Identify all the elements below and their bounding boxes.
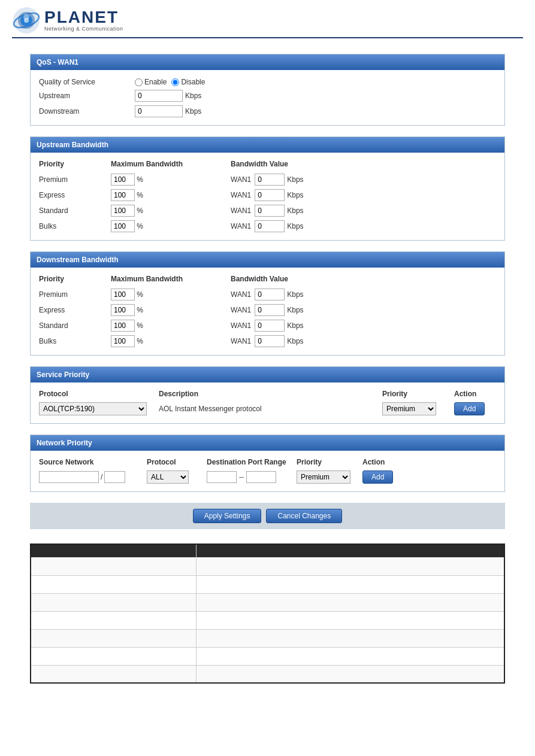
bottom-cell-left-1	[31, 575, 197, 593]
qos-downstream-row: Downstream Kbps	[39, 104, 496, 119]
bottom-cell-right-5	[197, 647, 504, 665]
qos-service-row: Quality of Service Enable Disable	[39, 76, 496, 88]
np-source-cell: /	[39, 471, 147, 483]
downstream-bwval-1: WAN1 Kbps	[231, 304, 496, 316]
sp-description-value: AOL Instant Messenger protocol	[159, 405, 382, 413]
upstream-priority-2: Standard	[39, 207, 111, 215]
sp-priority-select[interactable]: Premium Express Standard Bulks	[382, 402, 436, 415]
qos-enable-option[interactable]: Enable	[135, 78, 167, 86]
bottom-cell-right-6	[197, 665, 504, 683]
qos-upstream-label: Upstream	[39, 92, 135, 100]
downstream-pct-input-0[interactable]	[111, 289, 135, 300]
downstream-maxbw-3: %	[111, 335, 231, 347]
upstream-kbps-input-2[interactable]	[255, 205, 285, 217]
sp-priority-cell: Premium Express Standard Bulks	[382, 402, 454, 415]
header-divider	[12, 37, 523, 38]
np-protocol-select[interactable]: ALL TCP UDP ICMP	[147, 470, 189, 484]
qos-disable-radio[interactable]	[171, 78, 179, 86]
qos-downstream-label: Downstream	[39, 107, 135, 116]
bottom-cell-left-5	[31, 647, 197, 665]
np-port-to-input[interactable]	[246, 471, 276, 483]
qos-enable-radio[interactable]	[135, 78, 143, 86]
bottom-table-header-row	[31, 544, 504, 557]
downstream-row-0: Premium % WAN1 Kbps	[39, 287, 496, 302]
np-mask-input[interactable]	[104, 471, 125, 483]
np-protocol-cell: ALL TCP UDP ICMP	[147, 470, 207, 484]
upstream-bw-section: Upstream Bandwidth Priority Maximum Band…	[30, 136, 505, 241]
upstream-col-bwval: Bandwidth Value	[231, 160, 496, 168]
upstream-pct-input-0[interactable]	[111, 174, 135, 186]
logo-subtitle: Networking & Communication	[44, 26, 123, 32]
upstream-bwval-2: WAN1 Kbps	[231, 205, 496, 217]
network-priority-section: Network Priority Source Network Protocol…	[30, 435, 505, 492]
qos-wan1-section: QoS - WAN1 Quality of Service Enable Dis…	[30, 54, 505, 126]
table-row	[31, 611, 504, 629]
downstream-bw-body: Priority Maximum Bandwidth Bandwidth Val…	[31, 268, 504, 355]
np-port-from-input[interactable]	[207, 471, 237, 483]
service-priority-section: Service Priority Protocol Description Pr…	[30, 366, 505, 424]
apply-settings-button[interactable]: Apply Settings	[193, 509, 262, 523]
qos-disable-option[interactable]: Disable	[171, 78, 205, 86]
upstream-row-3: Bulks % WAN1 Kbps	[39, 218, 496, 234]
qos-upstream-unit: Kbps	[185, 92, 201, 100]
qos-radio-group: Enable Disable	[135, 78, 205, 86]
upstream-bwval-0: WAN1 Kbps	[231, 174, 496, 186]
planet-logo-icon	[12, 6, 41, 35]
upstream-kbps-input-3[interactable]	[255, 220, 285, 232]
downstream-kbps-input-3[interactable]	[255, 335, 285, 347]
np-add-button[interactable]: Add	[362, 470, 393, 484]
action-bar: Apply Settings Cancel Changes	[30, 503, 505, 529]
upstream-kbps-input-0[interactable]	[255, 174, 285, 186]
upstream-bw-header: Upstream Bandwidth	[31, 137, 504, 153]
upstream-kbps-input-1[interactable]	[255, 189, 285, 201]
table-row	[31, 665, 504, 683]
downstream-maxbw-1: %	[111, 304, 231, 316]
table-row	[31, 557, 504, 575]
downstream-kbps-input-2[interactable]	[255, 320, 285, 332]
qos-upstream-row: Upstream Kbps	[39, 88, 496, 104]
downstream-col-priority: Priority	[39, 275, 111, 283]
downstream-pct-input-1[interactable]	[111, 304, 135, 316]
downstream-maxbw-2: %	[111, 320, 231, 332]
network-priority-header: Network Priority	[31, 435, 504, 451]
np-priority-select[interactable]: Premium Express Standard Bulks	[297, 470, 350, 484]
bottom-cell-right-1	[197, 575, 504, 593]
qos-downstream-input[interactable]	[135, 105, 183, 117]
upstream-bwval-1: WAN1 Kbps	[231, 189, 496, 201]
table-row	[31, 647, 504, 665]
upstream-bw-body: Priority Maximum Bandwidth Bandwidth Val…	[31, 153, 504, 240]
bottom-cell-left-0	[31, 557, 197, 575]
service-priority-body: Protocol Description Priority Action AOL…	[31, 382, 504, 423]
downstream-priority-1: Express	[39, 306, 111, 314]
np-source-input[interactable]	[39, 471, 99, 483]
network-priority-body: Source Network Protocol Destination Port…	[31, 451, 504, 491]
logo-area: PLANET Networking & Communication	[12, 6, 523, 35]
upstream-pct-input-2[interactable]	[111, 205, 135, 217]
np-col-headers: Source Network Protocol Destination Port…	[39, 457, 496, 469]
upstream-bwval-3: WAN1 Kbps	[231, 220, 496, 232]
downstream-kbps-input-1[interactable]	[255, 304, 285, 316]
qos-upstream-input[interactable]	[135, 90, 183, 102]
downstream-bw-header: Downstream Bandwidth	[31, 252, 504, 268]
downstream-bwval-0: WAN1 Kbps	[231, 289, 496, 300]
np-data-row: / ALL TCP UDP ICMP --	[39, 469, 496, 485]
downstream-row-3: Bulks % WAN1 Kbps	[39, 333, 496, 349]
upstream-maxbw-0: %	[111, 174, 231, 186]
upstream-pct-input-3[interactable]	[111, 220, 135, 232]
upstream-pct-input-1[interactable]	[111, 189, 135, 201]
np-col-source: Source Network	[39, 458, 147, 466]
cancel-changes-button[interactable]: Cancel Changes	[266, 509, 342, 523]
sp-protocol-select[interactable]: AOL(TCP:5190) HTTP(TCP:80) FTP(TCP:21) S…	[39, 402, 147, 415]
downstream-priority-2: Standard	[39, 321, 111, 330]
downstream-col-maxbw: Maximum Bandwidth	[111, 275, 231, 283]
downstream-pct-input-3[interactable]	[111, 335, 135, 347]
np-col-protocol: Protocol	[147, 458, 207, 466]
sp-add-button[interactable]: Add	[454, 402, 485, 415]
downstream-bw-col-headers: Priority Maximum Bandwidth Bandwidth Val…	[39, 274, 496, 287]
downstream-kbps-input-0[interactable]	[255, 289, 285, 300]
downstream-pct-input-2[interactable]	[111, 320, 135, 332]
upstream-bw-col-headers: Priority Maximum Bandwidth Bandwidth Val…	[39, 159, 496, 172]
downstream-bw-section: Downstream Bandwidth Priority Maximum Ba…	[30, 251, 505, 356]
sp-action-cell: Add	[454, 402, 496, 415]
upstream-row-2: Standard % WAN1 Kbps	[39, 203, 496, 218]
